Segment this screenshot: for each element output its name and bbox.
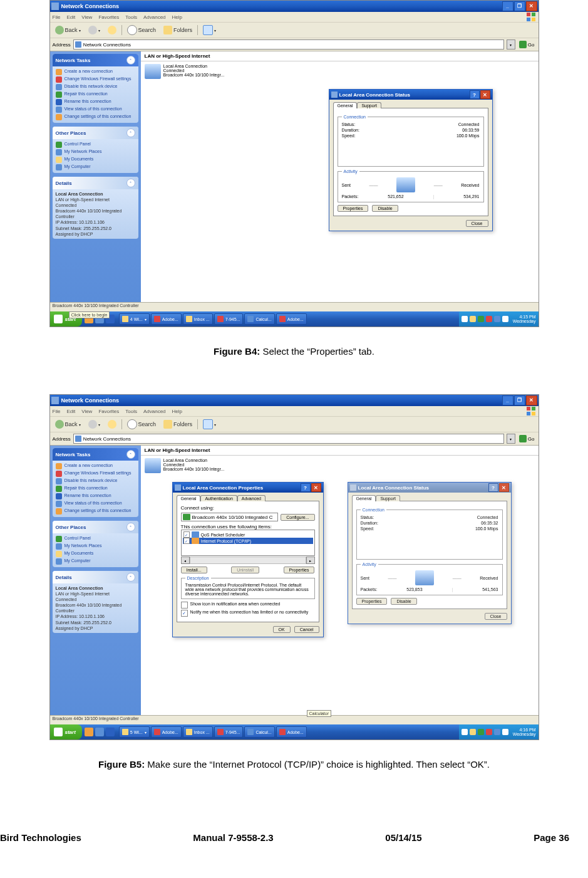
network-tasks-header[interactable]: Network Tasks˄ [53, 54, 138, 66]
menu-advanced[interactable]: Advanced [143, 409, 166, 414]
views-button[interactable]: ▾ [200, 419, 219, 430]
views-button[interactable]: ▾ [200, 24, 219, 36]
component-properties-button[interactable]: Properties [284, 567, 315, 573]
taskbar-item[interactable]: 7-945... [214, 313, 244, 325]
tray-icon[interactable] [494, 729, 500, 735]
tray-icon[interactable] [502, 316, 508, 322]
task-change-settings[interactable]: Change settings of this connection [56, 113, 135, 121]
address-dropdown[interactable]: ▾ [507, 39, 515, 50]
taskbar-item[interactable]: Adobe... [276, 726, 307, 738]
taskbar-item[interactable]: 4 Wi...▾ [119, 313, 150, 325]
taskbar-item[interactable]: Adobe... [151, 313, 182, 325]
go-button[interactable]: Go [518, 41, 536, 48]
forward-button[interactable]: ▾ [86, 25, 103, 35]
minimize-button[interactable]: _ [502, 395, 513, 405]
task-new-connection[interactable]: Create a new connection [56, 463, 135, 470]
place-network-places[interactable]: My Network Places [56, 149, 135, 156]
start-button[interactable]: start [50, 724, 82, 740]
configure-button[interactable]: Configure... [281, 514, 314, 521]
close-button-dlg[interactable]: Close [466, 220, 488, 227]
tray-icon[interactable] [462, 316, 468, 322]
task-view-status[interactable]: View status of this connection [56, 500, 135, 508]
taskbar-item[interactable]: Calcul... [244, 726, 274, 738]
dialog-close-button[interactable]: ✕ [311, 483, 321, 492]
menu-file[interactable]: File [53, 409, 61, 414]
disable-button[interactable]: Disable [391, 598, 416, 605]
components-list[interactable]: ✓QoS Packet Scheduler ✓Internet Protocol… [181, 530, 315, 556]
up-button[interactable] [105, 25, 119, 35]
ql-icon[interactable] [85, 728, 93, 736]
menu-advanced[interactable]: Advanced [143, 14, 166, 20]
tray-icon[interactable] [486, 729, 492, 735]
ok-button[interactable]: OK [273, 626, 291, 633]
list-item-qos[interactable]: ✓QoS Packet Scheduler [183, 531, 313, 538]
menu-edit[interactable]: Edit [66, 409, 75, 414]
other-places-header[interactable]: Other Places˄ [53, 521, 138, 533]
place-my-computer[interactable]: My Computer [56, 164, 135, 171]
menu-view[interactable]: View [81, 409, 92, 414]
close-button-dlg[interactable]: Close [485, 613, 507, 620]
back-button[interactable]: Back▾ [53, 419, 83, 429]
scroll-left-icon[interactable]: ◂ [181, 557, 190, 564]
tray-icon[interactable] [494, 316, 500, 322]
task-view-status[interactable]: View status of this connection [56, 106, 135, 113]
tray-icon[interactable] [478, 316, 484, 322]
task-disable[interactable]: Disable this network device [56, 478, 135, 485]
tab-general[interactable]: General [352, 495, 376, 501]
maximize-button[interactable]: ❐ [514, 395, 525, 405]
connection-item[interactable]: Local Area Connection Connected Broadcom… [141, 61, 539, 81]
tray-icon[interactable] [470, 316, 476, 322]
tab-general[interactable]: General [177, 495, 201, 501]
minimize-button[interactable]: _ [502, 1, 513, 11]
place-network-places[interactable]: My Network Places [56, 543, 135, 550]
task-firewall[interactable]: Change Windows Firewall settings [56, 76, 135, 83]
tab-advanced[interactable]: Advanced [237, 495, 266, 501]
details-header[interactable]: Details˄ [53, 177, 138, 189]
menu-tools[interactable]: Tools [125, 409, 137, 414]
menu-tools[interactable]: Tools [125, 14, 137, 20]
address-input[interactable]: Network Connections [73, 434, 504, 444]
task-disable[interactable]: Disable this network device [56, 83, 135, 91]
folders-button[interactable]: Folders [161, 25, 195, 35]
dialog-close-button[interactable]: ✕ [480, 90, 490, 99]
tray-icon[interactable] [478, 729, 484, 735]
menu-view[interactable]: View [81, 14, 92, 20]
properties-button[interactable]: Properties [356, 598, 388, 605]
menu-file[interactable]: File [53, 14, 61, 20]
place-my-computer[interactable]: My Computer [56, 558, 135, 565]
cancel-button[interactable]: Cancel [294, 626, 319, 633]
maximize-button[interactable]: ❐ [514, 1, 525, 11]
search-button[interactable]: Search [125, 24, 159, 36]
help-button[interactable]: ? [488, 483, 498, 492]
task-repair[interactable]: Repair this connection [56, 91, 135, 98]
tray-icon[interactable] [470, 729, 476, 735]
menu-favorites[interactable]: Favorites [98, 14, 119, 20]
search-button[interactable]: Search [125, 419, 159, 430]
tab-support[interactable]: Support [357, 102, 381, 108]
task-rename[interactable]: Rename this connection [56, 493, 135, 500]
taskbar-item[interactable]: Calcul... [244, 313, 274, 325]
ql-icon[interactable] [95, 728, 104, 736]
task-rename[interactable]: Rename this connection [56, 98, 135, 106]
go-button[interactable]: Go [518, 435, 536, 442]
taskbar-item[interactable]: 5 Wi...▾ [119, 726, 150, 738]
tray-icon[interactable] [462, 729, 468, 735]
taskbar-item[interactable]: Inbox ... [183, 313, 213, 325]
disable-button[interactable]: Disable [372, 205, 398, 212]
task-firewall[interactable]: Change Windows Firewall settings [56, 470, 135, 478]
connection-item[interactable]: Local Area Connection Connected Broadcom… [141, 456, 539, 476]
list-scrollbar[interactable]: ◂ ▸ [181, 557, 315, 564]
list-item-tcpip[interactable]: ✓Internet Protocol (TCP/IP) [183, 538, 313, 544]
other-places-header[interactable]: Other Places˄ [53, 127, 138, 139]
menu-help[interactable]: Help [172, 14, 182, 20]
tray-icon[interactable] [502, 729, 508, 735]
tab-general[interactable]: General [333, 102, 358, 108]
install-button[interactable]: Install... [181, 567, 207, 573]
place-my-documents[interactable]: My Documents [56, 550, 135, 558]
place-control-panel[interactable]: Control Panel [56, 141, 135, 149]
network-tasks-header[interactable]: Network Tasks˄ [53, 448, 138, 461]
notify-checkbox[interactable]: ✓Notify me when this connection has limi… [181, 610, 315, 617]
task-new-connection[interactable]: Create a new connection [56, 68, 135, 76]
tab-authentication[interactable]: Authentication [200, 495, 237, 501]
place-control-panel[interactable]: Control Panel [56, 535, 135, 543]
